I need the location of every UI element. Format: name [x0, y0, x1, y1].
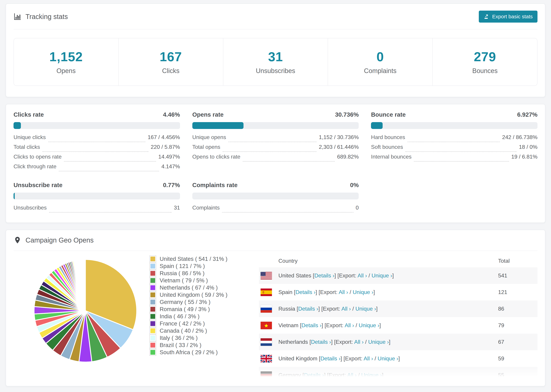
details-link[interactable]: Details ›: [311, 339, 331, 345]
export-label: Export:: [339, 273, 356, 279]
total-column-header: Total: [498, 258, 537, 264]
summary-stat-label: Bounces: [472, 67, 498, 75]
stat-line-value: 220 / 5.87%: [151, 144, 180, 150]
summary-stat-label: Complaints: [364, 67, 396, 75]
legend-item: Spain ( 121 / 7% ): [149, 263, 245, 270]
export-label: Export:: [345, 355, 362, 362]
legend-swatch: [149, 349, 156, 356]
export-unique-link[interactable]: Unique ›: [359, 322, 379, 328]
legend-swatch: [149, 327, 156, 334]
export-unique-link[interactable]: Unique ›: [372, 273, 392, 279]
stat-line-label: Hard bounces: [371, 134, 405, 140]
dotted-leader: [222, 212, 353, 213]
legend-label: Vietnam ( 79 / 5% ): [160, 277, 208, 284]
geo-pie-chart: [32, 254, 138, 367]
country-total: 55: [498, 372, 537, 378]
export-basic-stats-button[interactable]: Export basic stats: [479, 11, 537, 23]
legend-item: Netherlands ( 67 / 4% ): [149, 284, 245, 291]
stat-line-label: Complaints: [192, 204, 220, 211]
country-flag-icon: [261, 288, 272, 296]
export-label: Export:: [329, 372, 346, 378]
export-unique-link[interactable]: Unique ›: [368, 339, 389, 345]
rate-rows: Hard bounces 242 / 86.738% Soft bounces …: [371, 134, 537, 163]
export-unique-link[interactable]: Unique ›: [378, 355, 398, 362]
rate-title: Unsubscribe rate: [14, 182, 63, 189]
geo-card-header: Campaign Geo Opens: [14, 236, 537, 244]
summary-stat-label: Unsubscribes: [256, 67, 295, 75]
rates-card: Clicks rate 4.46% Unique clicks 167 / 4.…: [6, 104, 545, 223]
legend-label: United States ( 541 / 31% ): [160, 256, 227, 262]
stat-line: Unsubscribes 31: [14, 204, 180, 214]
stat-line-value: 18 / 0%: [519, 144, 537, 150]
stat-line-label: Clicks to opens rate: [14, 154, 62, 160]
details-link[interactable]: Details ›: [296, 289, 316, 295]
export-unique-link[interactable]: Unique ›: [361, 372, 382, 378]
country-name: Spain: [278, 289, 292, 295]
export-unique-link[interactable]: Unique ›: [353, 289, 373, 295]
stat-line-label: Opens to clicks rate: [192, 154, 240, 160]
rate-value: 0.77%: [163, 182, 180, 189]
dotted-leader: [59, 171, 159, 171]
progress-bar: [192, 193, 359, 199]
geo-title: Campaign Geo Opens: [26, 236, 94, 244]
export-all-link[interactable]: All ›: [341, 306, 351, 312]
stat-line: Complaints 0: [192, 204, 359, 214]
summary-stat-label: Opens: [57, 67, 76, 75]
export-unique-link[interactable]: Unique ›: [355, 306, 376, 312]
progress-bar-fill: [371, 122, 382, 129]
header-divider: [14, 29, 537, 29]
country-total: 86: [498, 306, 537, 312]
table-row: Russia [Details ›] [Export: All › / Uniq…: [259, 301, 537, 317]
dotted-leader: [405, 151, 516, 152]
rate-header: Clicks rate 4.46%: [14, 111, 180, 118]
tracking-card-header: Tracking stats Export basic stats: [14, 11, 537, 23]
stat-line-value: 0: [356, 204, 359, 211]
progress-bar-fill: [14, 122, 21, 129]
country-cell: Spain [Details ›] [Export: All › / Uniqu…: [278, 289, 498, 295]
summary-stat: 0 Complaints: [328, 38, 432, 85]
export-button-label: Export basic stats: [492, 14, 533, 20]
dotted-leader: [64, 161, 156, 162]
legend-swatch: [149, 291, 156, 298]
legend-item: Russia ( 86 / 5% ): [149, 270, 245, 277]
country-name: United States: [278, 273, 311, 279]
stat-line-value: 2,303 / 61.446%: [319, 144, 359, 150]
country-cell: Germany [Details ›] [Export: All › / Uni…: [278, 372, 498, 378]
export-all-link[interactable]: All ›: [364, 355, 373, 362]
dotted-leader: [49, 212, 171, 213]
export-all-link[interactable]: All ›: [354, 339, 364, 345]
details-link[interactable]: Details ›: [302, 322, 322, 328]
details-link[interactable]: Details ›: [314, 273, 334, 279]
rate-value: 4.46%: [163, 111, 180, 118]
stat-line-value: 31: [174, 204, 180, 211]
summary-stat: 31 Unsubscribes: [223, 38, 328, 85]
details-link[interactable]: Details ›: [304, 372, 324, 378]
rate-rows: Unique opens 1,152 / 30.736% Total opens…: [192, 134, 359, 163]
stat-line-value: 4.147%: [161, 163, 180, 170]
dotted-leader: [414, 161, 509, 162]
country-name: Vietnam: [278, 322, 298, 328]
legend-swatch: [149, 256, 156, 262]
export-all-link[interactable]: All ›: [339, 289, 348, 295]
summary-stat-value: 167: [160, 49, 182, 64]
table-row: Germany [Details ›] [Export: All › / Uni…: [259, 367, 537, 384]
legend-swatch: [149, 270, 156, 277]
legend-swatch: [149, 284, 156, 291]
details-link[interactable]: Details ›: [298, 306, 318, 312]
rate-rows: Unique clicks 167 / 4.456% Total clicks …: [14, 134, 180, 173]
legend-label: Romania ( 49 / 3% ): [160, 306, 210, 313]
rate-title: Clicks rate: [14, 111, 44, 118]
table-row: United States [Details ›] [Export: All ›…: [259, 267, 537, 284]
export-all-link[interactable]: All ›: [345, 322, 354, 328]
export-all-link[interactable]: All ›: [357, 273, 367, 279]
export-all-link[interactable]: All ›: [347, 372, 357, 378]
legend-label: United Kingdom ( 59 / 3% ): [160, 292, 227, 298]
progress-bar: [192, 122, 359, 129]
stat-line-value: 19 / 6.81%: [511, 154, 537, 160]
stat-line-value: 14.497%: [158, 154, 180, 160]
summary-stat: 167 Clicks: [118, 38, 223, 85]
export-label: Export:: [323, 306, 340, 312]
stat-line-label: Internal bounces: [371, 154, 411, 160]
country-total: 59: [498, 355, 537, 362]
details-link[interactable]: Details ›: [320, 355, 340, 362]
